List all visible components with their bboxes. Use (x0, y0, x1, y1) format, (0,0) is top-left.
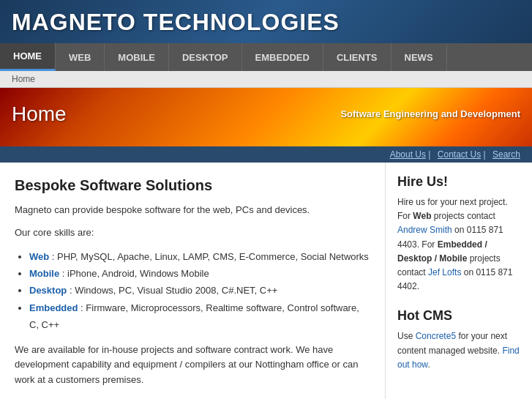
main-content: Bespoke Software Solutions Magneto can p… (0, 163, 532, 399)
desktop-link[interactable]: Desktop (29, 285, 67, 296)
mobile-detail: : iPhone, Android, Windows Mobile (59, 268, 209, 279)
separator-2: | (484, 149, 488, 160)
skills-list: Web : PHP, MySQL, Apache, Linux, LAMP, C… (29, 248, 370, 334)
hero-subtitle: Software Engineering and Development (340, 108, 520, 119)
content-area: Bespoke Software Solutions Magneto can p… (0, 163, 386, 399)
content-intro: Magneto can provide bespoke software for… (15, 203, 370, 218)
hire-section: Hire Us! Hire us for your next project. … (397, 174, 520, 294)
hire-heading: Hire Us! (397, 174, 520, 190)
main-nav: HOME WEB MOBILE DESKTOP EMBEDDED CLIENTS… (0, 43, 532, 71)
contact-us-link[interactable]: Contact Us (438, 149, 481, 160)
cms-text1: Use (397, 331, 416, 341)
list-item: Embedded : Firmware, Microprocessors, Re… (29, 299, 370, 334)
hire-text: Hire us for your next project. For Web p… (397, 195, 520, 294)
list-item: Web : PHP, MySQL, Apache, Linux, LAMP, C… (29, 248, 370, 265)
content-closing: We are available for in-house projects a… (15, 343, 370, 388)
about-us-link[interactable]: About Us (390, 149, 426, 160)
jef-link[interactable]: Jef Lofts (428, 267, 461, 277)
cms-text3: . (427, 359, 430, 370)
breadcrumb-home-link[interactable]: Home (12, 74, 35, 84)
nav-item-home[interactable]: HOME (0, 43, 56, 71)
nav-item-news[interactable]: NEWS (391, 43, 447, 71)
search-link[interactable]: Search (492, 149, 520, 160)
hire-web-bold: Web (413, 211, 431, 221)
nav-item-desktop[interactable]: DESKTOP (169, 43, 242, 71)
nav-item-clients[interactable]: CLIENTS (323, 43, 391, 71)
content-skills-intro: Our core skills are: (15, 225, 370, 241)
separator-1: | (428, 149, 432, 160)
breadcrumb: Home (0, 71, 532, 88)
hire-web-text: projects contact (431, 211, 495, 221)
concrete5-link[interactable]: Concrete5 (416, 331, 456, 341)
list-item: Desktop : Windows, PC, Visual Studio 200… (29, 282, 370, 299)
cms-text: Use Concrete5 for your next content mana… (397, 329, 520, 372)
sidebar: Hire Us! Hire us for your next project. … (386, 163, 532, 399)
mobile-link[interactable]: Mobile (29, 268, 59, 279)
andrew-link[interactable]: Andrew Smith (397, 225, 452, 235)
web-detail: : PHP, MySQL, Apache, Linux, LAMP, CMS, … (49, 251, 369, 262)
list-item: Mobile : iPhone, Android, Windows Mobile (29, 265, 370, 282)
embedded-detail: : Firmware, Microprocessors, Realtime so… (29, 302, 359, 330)
site-title: MAGNETO TECHNOLOGIES (12, 9, 520, 36)
header: MAGNETO TECHNOLOGIES (0, 0, 532, 43)
nav-item-embedded[interactable]: EMBEDDED (242, 43, 323, 71)
content-heading: Bespoke Software Solutions (15, 177, 370, 194)
desktop-detail: : Windows, PC, Visual Studio 2008, C#.NE… (67, 285, 277, 296)
cms-section: Hot CMS Use Concrete5 for your next cont… (397, 308, 520, 372)
nav-item-mobile[interactable]: MOBILE (105, 43, 169, 71)
cms-heading: Hot CMS (397, 308, 520, 324)
nav-item-web[interactable]: WEB (56, 43, 105, 71)
links-bar: About Us | Contact Us | Search (0, 146, 532, 163)
embedded-link[interactable]: Embedded (29, 302, 78, 313)
web-link[interactable]: Web (29, 251, 49, 262)
hero-section: Home Software Engineering and Developmen… (0, 88, 532, 146)
